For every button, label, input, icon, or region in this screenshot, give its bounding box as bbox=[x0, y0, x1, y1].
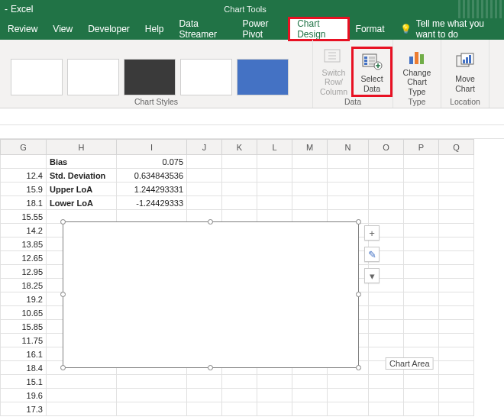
change-chart-type-icon bbox=[405, 47, 428, 66]
col-header[interactable]: M bbox=[292, 140, 328, 155]
col-header[interactable]: N bbox=[328, 140, 369, 155]
tab-help[interactable]: Help bbox=[137, 18, 172, 40]
tell-me-label: Tell me what you want to do bbox=[416, 18, 504, 40]
tab-developer[interactable]: Developer bbox=[80, 18, 137, 40]
select-data-icon bbox=[360, 50, 383, 72]
chart-filters-button[interactable]: ▾ bbox=[364, 268, 380, 283]
location-group-label: Location bbox=[450, 97, 480, 106]
chart-object[interactable]: + ✎ ▾ Chart Area bbox=[63, 221, 359, 368]
tab-review[interactable]: Review bbox=[0, 18, 45, 40]
resize-handle[interactable] bbox=[208, 365, 213, 370]
type-group-label: Type bbox=[409, 97, 426, 106]
tab-chart-design[interactable]: Chart Design bbox=[289, 18, 347, 40]
chart-style-3[interactable] bbox=[124, 59, 176, 95]
chart-styles-button[interactable]: ✎ bbox=[364, 247, 380, 262]
col-header[interactable]: J bbox=[187, 140, 222, 155]
filter-icon: ▾ bbox=[370, 270, 375, 282]
resize-handle[interactable] bbox=[356, 292, 361, 297]
bulb-icon: 💡 bbox=[400, 24, 412, 34]
change-chart-type-button[interactable]: Change Chart Type bbox=[398, 48, 436, 95]
resize-handle[interactable] bbox=[60, 219, 66, 225]
col-header[interactable]: I bbox=[117, 140, 187, 155]
switch-row-column-icon bbox=[322, 47, 345, 66]
svg-rect-15 bbox=[466, 57, 468, 63]
chart-elements-button[interactable]: + bbox=[364, 225, 380, 241]
brush-icon: ✎ bbox=[368, 249, 376, 260]
gap bbox=[0, 125, 504, 139]
col-header[interactable]: G bbox=[1, 140, 47, 155]
tab-format[interactable]: Format bbox=[348, 18, 393, 40]
svg-rect-10 bbox=[415, 52, 418, 64]
svg-rect-6 bbox=[369, 60, 375, 62]
svg-rect-4 bbox=[364, 63, 367, 65]
app-name: Excel bbox=[11, 4, 33, 15]
col-header[interactable]: Q bbox=[439, 140, 474, 155]
move-chart-button[interactable]: Move Chart bbox=[446, 48, 484, 95]
spreadsheet[interactable]: G H I J K L M N O P Q Bias0.075 12.4Std.… bbox=[0, 139, 504, 416]
title-bar: - Excel Chart Tools bbox=[0, 0, 504, 18]
svg-rect-14 bbox=[463, 60, 465, 63]
tell-me[interactable]: 💡 Tell me what you want to do bbox=[400, 18, 504, 40]
resize-handle[interactable] bbox=[356, 219, 361, 225]
chart-style-4[interactable] bbox=[180, 59, 232, 95]
svg-rect-5 bbox=[369, 57, 375, 59]
col-header[interactable]: L bbox=[257, 140, 292, 155]
ribbon-tabs: Review View Developer Help Data Streamer… bbox=[0, 18, 504, 40]
svg-rect-2 bbox=[364, 57, 367, 59]
svg-rect-9 bbox=[409, 57, 413, 64]
col-header[interactable]: O bbox=[369, 140, 404, 155]
select-data-button[interactable]: Select Data bbox=[353, 48, 391, 95]
chart-style-2[interactable] bbox=[67, 59, 119, 95]
chart-styles-label: Chart Styles bbox=[134, 97, 178, 106]
formula-bar[interactable] bbox=[0, 108, 504, 125]
col-header[interactable]: P bbox=[404, 140, 439, 155]
svg-rect-11 bbox=[420, 54, 424, 64]
resize-handle[interactable] bbox=[60, 365, 66, 370]
chart-style-1[interactable] bbox=[11, 59, 63, 95]
resize-handle[interactable] bbox=[208, 219, 213, 225]
col-header[interactable]: K bbox=[222, 140, 257, 155]
chart-tooltip: Chart Area bbox=[386, 357, 434, 370]
tab-data-streamer[interactable]: Data Streamer bbox=[172, 18, 235, 40]
tab-power-pivot[interactable]: Power Pivot bbox=[234, 18, 289, 40]
title-pattern bbox=[458, 0, 504, 18]
plus-icon: + bbox=[369, 228, 375, 239]
tab-view[interactable]: View bbox=[45, 18, 80, 40]
col-header[interactable]: H bbox=[47, 140, 117, 155]
svg-rect-16 bbox=[469, 55, 471, 63]
move-chart-icon bbox=[454, 50, 477, 72]
ribbon: Chart Styles Switch Row/ Column Select D… bbox=[0, 40, 504, 108]
chart-style-5[interactable] bbox=[237, 59, 289, 95]
data-group-label: Data bbox=[344, 97, 361, 106]
resize-handle[interactable] bbox=[356, 365, 361, 370]
resize-handle[interactable] bbox=[60, 292, 66, 297]
switch-row-column-button: Switch Row/ Column bbox=[315, 48, 353, 95]
chart-tools-label: Chart Tools bbox=[224, 5, 266, 14]
svg-rect-3 bbox=[364, 60, 367, 62]
